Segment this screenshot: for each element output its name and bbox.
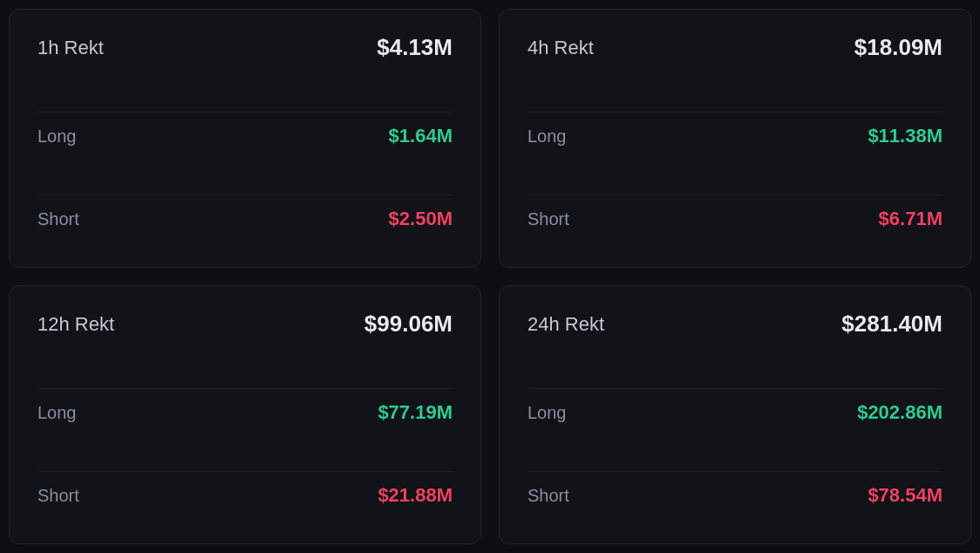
card-total-1h: $4.13M	[377, 34, 453, 61]
card-12h: 12h Rekt $99.06M Long $77.19M Short $21.…	[9, 285, 481, 544]
long-label-24h: Long	[527, 403, 567, 423]
short-row-4h: Short $6.71M	[527, 195, 943, 242]
short-value-24h: $78.54M	[868, 484, 943, 507]
long-label-4h: Long	[527, 126, 567, 147]
card-title-4h: 4h Rekt	[527, 37, 594, 59]
long-label-1h: Long	[37, 126, 77, 147]
long-value-1h: $1.64M	[389, 125, 453, 147]
short-label-4h: Short	[527, 209, 569, 229]
long-value-24h: $202.86M	[857, 401, 943, 424]
long-row-1h: Long $1.64M	[37, 112, 453, 160]
card-header-12h: 12h Rekt $99.06M	[37, 311, 453, 338]
long-row-24h: Long $202.86M	[527, 388, 943, 436]
short-row-24h: Short $78.54M	[527, 471, 943, 519]
card-total-12h: $99.06M	[364, 311, 453, 338]
card-total-24h: $281.40M	[841, 311, 943, 338]
card-24h: 24h Rekt $281.40M Long $202.86M Short $7…	[499, 285, 971, 544]
long-value-4h: $11.38M	[868, 125, 943, 147]
card-header-24h: 24h Rekt $281.40M	[527, 311, 943, 338]
long-value-12h: $77.19M	[378, 401, 453, 424]
short-value-12h: $21.88M	[378, 484, 453, 507]
short-label-1h: Short	[37, 209, 79, 229]
short-value-4h: $6.71M	[879, 208, 943, 230]
short-label-12h: Short	[37, 486, 79, 506]
card-4h: 4h Rekt $18.09M Long $11.38M Short $6.71…	[499, 9, 971, 268]
short-label-24h: Short	[527, 486, 569, 506]
short-value-1h: $2.50M	[389, 208, 453, 230]
long-label-12h: Long	[37, 403, 77, 423]
card-title-12h: 12h Rekt	[37, 313, 114, 336]
long-row-4h: Long $11.38M	[527, 112, 943, 160]
long-row-12h: Long $77.19M	[37, 388, 453, 436]
card-1h: 1h Rekt $4.13M Long $1.64M Short $2.50M	[9, 9, 481, 268]
card-title-1h: 1h Rekt	[37, 37, 104, 59]
card-total-4h: $18.09M	[854, 34, 943, 61]
short-row-1h: Short $2.50M	[37, 195, 453, 242]
short-row-12h: Short $21.88M	[37, 471, 453, 519]
card-header-1h: 1h Rekt $4.13M	[37, 34, 453, 61]
card-header-4h: 4h Rekt $18.09M	[527, 34, 943, 61]
card-title-24h: 24h Rekt	[527, 313, 604, 336]
